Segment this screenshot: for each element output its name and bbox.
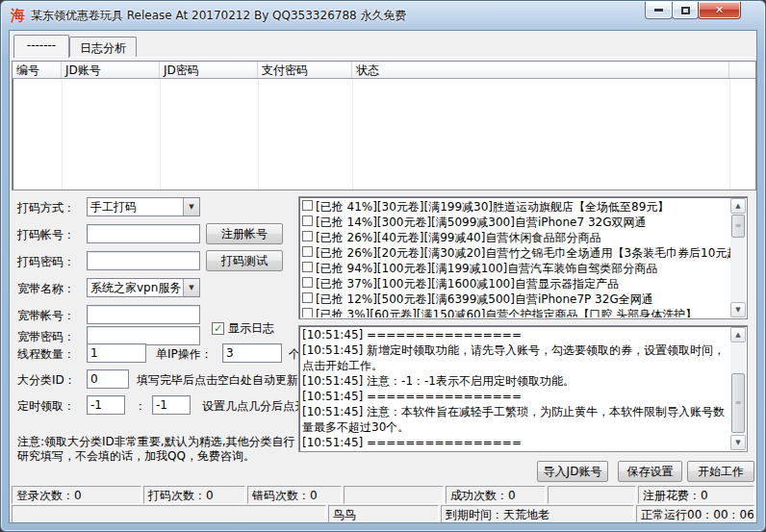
status-nickname: 鸟鸟 <box>328 505 439 523</box>
start-work-button[interactable]: 开始工作 <box>687 461 754 482</box>
scroll-up-icon[interactable]: ▲ <box>730 198 746 214</box>
category-id-input[interactable] <box>87 369 129 389</box>
chevron-down-icon[interactable]: ▼ <box>183 279 199 296</box>
grid-line <box>258 79 259 190</box>
thread-count-input[interactable] <box>87 343 146 363</box>
log-line: [10:51:45] ================ <box>302 327 728 342</box>
col-filler <box>729 62 755 78</box>
coupon-label: [已抢 3%][60元卷][满150减60]自营个护指定商品【口腔 头部身体洗护… <box>316 307 697 317</box>
checkbox-unchecked-icon[interactable] <box>302 277 313 288</box>
grid-line <box>62 79 63 190</box>
account-table-header: 编号 JD账号 JD密码 支付密码 状态 <box>13 62 755 79</box>
register-account-button[interactable]: 注册帐号 <box>206 223 283 244</box>
coupon-item[interactable]: [已抢 41%][30元卷][满199减30]胜道运动旗舰店【全场低至89元】 <box>300 198 730 214</box>
captcha-account-label: 打码帐号： <box>17 227 75 243</box>
timer-hour-input[interactable] <box>87 395 125 415</box>
scroll-up-icon[interactable]: ▲ <box>730 327 746 342</box>
log-line: [10:51:45] ================ <box>302 435 728 450</box>
status-expiry-time: 到期时间：天荒地老 <box>441 505 634 523</box>
coupon-scrollbar[interactable]: ▲ ≡ ▼ <box>730 198 746 317</box>
checkbox-unchecked-icon[interactable] <box>302 308 313 317</box>
checkbox-unchecked-icon[interactable] <box>302 200 313 211</box>
broadband-account-input[interactable] <box>87 305 200 324</box>
tab-main[interactable]: ------- <box>13 35 69 58</box>
show-log-checkbox[interactable]: ✓ 显示日志 <box>212 320 274 337</box>
thread-count-label: 线程数量： <box>17 346 75 363</box>
coupon-list[interactable]: [已抢 41%][30元卷][满199减30]胜道运动旗舰店【全场低至89元】 … <box>298 196 748 319</box>
close-icon: ✕ <box>715 4 724 16</box>
coupon-scroll-thumb[interactable]: ≡ <box>731 215 745 238</box>
captcha-mode-label: 打码方式： <box>17 200 75 216</box>
checkbox-unchecked-icon[interactable] <box>302 215 313 226</box>
single-ip-input[interactable] <box>222 343 282 363</box>
checkbox-unchecked-icon[interactable] <box>302 292 313 303</box>
show-log-label: 显示日志 <box>228 320 274 337</box>
broadband-password-label: 宽带密码： <box>17 329 75 345</box>
category-hint: 填写完毕后点击空白处自动更新 <box>137 372 298 389</box>
checkbox-unchecked-icon[interactable] <box>302 262 313 272</box>
coupon-item[interactable]: [已抢 26%][40元卷][满99减40]自营休闲食品部分商品 <box>300 229 730 244</box>
account-table[interactable]: 编号 JD账号 JD密码 支付密码 状态 <box>12 61 756 190</box>
chevron-down-icon[interactable]: ▼ <box>183 198 199 215</box>
coupon-item[interactable]: [已抢 26%][20元卷][满30减20]自营竹之锦毛巾全场通用【3条装毛巾券… <box>300 244 730 260</box>
log-line: [10:51:45] ================ <box>302 389 728 404</box>
checkbox-unchecked-icon[interactable] <box>302 231 313 241</box>
grid-line <box>352 79 353 190</box>
scroll-down-icon[interactable]: ▼ <box>730 435 746 450</box>
status-captcha-count: 打码次数：0 <box>143 486 245 504</box>
tab-divider <box>12 57 754 58</box>
minimize-icon <box>654 9 663 12</box>
coupon-item[interactable]: [已抢 94%][100元卷][满199减100]自营汽车装饰自驾类部分商品 <box>300 260 730 275</box>
category-id-label: 大分类ID： <box>17 372 76 389</box>
coupon-label: [已抢 26%][20元卷][满30减20]自营竹之锦毛巾全场通用【3条装毛巾券… <box>316 245 730 260</box>
col-jd-password[interactable]: JD密码 <box>160 62 258 78</box>
close-button[interactable]: ✕ <box>698 2 741 19</box>
scroll-down-icon[interactable]: ▼ <box>730 302 746 317</box>
col-jd-account[interactable]: JD账号 <box>62 62 160 78</box>
col-number[interactable]: 编号 <box>13 62 62 78</box>
captcha-password-label: 打码密码： <box>17 254 75 270</box>
log-scrollbar[interactable]: ▲ ≡ ▼ <box>730 327 746 450</box>
status-empty-panel <box>548 486 636 504</box>
log-output[interactable]: [10:51:45] ================ [10:51:45] 新… <box>298 325 748 452</box>
col-pay-password[interactable]: 支付密码 <box>258 62 352 78</box>
log-line: [10:51:45] 注意：-1：-1表示不启用定时领取功能。 <box>302 373 728 389</box>
status-error-count: 错码次数：0 <box>247 486 342 504</box>
tab-log-analysis[interactable]: 日志分析 <box>69 37 137 57</box>
status-uptime: 正常运行00：00：06 <box>636 505 754 523</box>
captcha-password-input[interactable] <box>87 251 200 270</box>
broadband-name-select[interactable]: 系统之家vpn服务 ▼ <box>87 278 200 297</box>
coupon-item[interactable]: [已抢 12%][500元卷][满6399减500]自营iPhone7P 32G… <box>300 291 730 306</box>
status-bar-bottom: 鸟鸟 到期时间：天荒地老 正常运行00：00：06 <box>12 505 754 523</box>
import-jd-accounts-button[interactable]: 导入JD账号 <box>537 461 608 482</box>
col-status[interactable]: 状态 <box>352 62 729 78</box>
broadband-account-label: 宽带帐号： <box>17 308 75 324</box>
minimize-button[interactable] <box>645 2 673 19</box>
status-success-count: 成功次数：0 <box>446 486 546 504</box>
caption-buttons: ✕ <box>646 2 741 19</box>
checkbox-checked-icon[interactable]: ✓ <box>212 322 224 335</box>
captcha-account-input[interactable] <box>87 224 200 243</box>
status-empty-panel <box>344 486 444 504</box>
broadband-name-value: 系统之家vpn服务 <box>88 280 183 296</box>
log-scroll-thumb[interactable]: ≡ <box>731 373 745 433</box>
coupon-item[interactable]: [已抢 37%][100元卷][满1600减100]自营显示器指定产品 <box>300 275 730 291</box>
grid-line <box>729 79 730 190</box>
timer-label: 定时领取： <box>17 398 75 415</box>
app-window: 海 某东领优惠卷玩具 Release At 20170212 By QQ3533… <box>0 0 766 532</box>
window-title: 某东领优惠卷玩具 Release At 20170212 By QQ353326… <box>31 8 407 24</box>
save-settings-button[interactable]: 保存设置 <box>618 461 682 482</box>
timer-minute-input[interactable] <box>152 395 191 415</box>
captcha-mode-value: 手工打码 <box>88 199 183 215</box>
grid-line <box>160 79 161 190</box>
coupon-label: [已抢 37%][100元卷][满1600减100]自营显示器指定产品 <box>316 276 619 291</box>
captcha-test-button[interactable]: 打码测试 <box>206 250 283 271</box>
checkbox-unchecked-icon[interactable] <box>302 246 313 257</box>
broadband-password-input[interactable] <box>87 326 200 345</box>
captcha-mode-select[interactable]: 手工打码 ▼ <box>87 197 200 216</box>
maximize-icon <box>681 7 690 14</box>
maximize-button[interactable] <box>672 2 699 19</box>
coupon-item[interactable]: [已抢 14%][300元卷][满5099减300]自营iPhone7 32G双… <box>300 214 730 229</box>
coupon-item[interactable]: [已抢 3%][60元卷][满150减60]自营个护指定商品【口腔 头部身体洗护… <box>300 306 730 317</box>
category-note: 注意:领取大分类ID非常重要,默认为精选,其他分类自行研究填写，不会填的话，加我… <box>17 435 302 464</box>
